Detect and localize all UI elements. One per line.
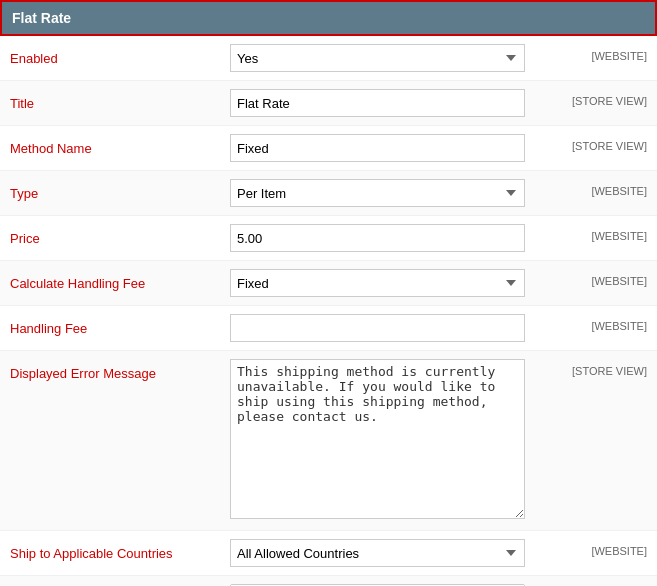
field-scope: [WEBSITE] (557, 269, 647, 287)
field-scope: [WEBSITE] (557, 224, 647, 242)
form-row: Title[STORE VIEW] (0, 81, 657, 126)
form-row: Price[WEBSITE] (0, 216, 657, 261)
field-scope: [STORE VIEW] (557, 89, 647, 107)
field-label: Type (10, 179, 230, 203)
field-scope: [STORE VIEW] (557, 134, 647, 152)
field-input[interactable] (230, 314, 525, 342)
field-control-wrap: FixedPercent (230, 269, 557, 297)
form-row: Method Name[STORE VIEW] (0, 126, 657, 171)
field-control-wrap (230, 134, 557, 162)
field-label: Enabled (10, 44, 230, 68)
field-label: Handling Fee (10, 314, 230, 338)
field-scope: [WEBSITE] (557, 179, 647, 197)
field-input[interactable] (230, 134, 525, 162)
field-input[interactable] (230, 224, 525, 252)
form-row: Calculate Handling FeeFixedPercent[WEBSI… (0, 261, 657, 306)
field-scope: [WEBSITE] (557, 314, 647, 332)
form-row: Handling Fee[WEBSITE] (0, 306, 657, 351)
field-control-wrap: This shipping method is currently unavai… (230, 359, 557, 522)
section-title: Flat Rate (12, 10, 71, 26)
field-scope: [WEBSITE] (557, 44, 647, 62)
field-select[interactable]: All Allowed CountriesSpecific Countries (230, 539, 525, 567)
page-container: Flat Rate EnabledYesNo[WEBSITE]Title[STO… (0, 0, 657, 586)
field-select[interactable]: YesNo (230, 44, 525, 72)
form-row: Ship to Applicable CountriesAll Allowed … (0, 531, 657, 576)
field-control-wrap (230, 224, 557, 252)
field-scope: [STORE VIEW] (557, 359, 647, 377)
field-label: Calculate Handling Fee (10, 269, 230, 293)
field-input[interactable] (230, 89, 525, 117)
field-scope: [WEBSITE] (557, 539, 647, 557)
form-row: TypePer ItemPer Order[WEBSITE] (0, 171, 657, 216)
section-header[interactable]: Flat Rate (0, 0, 657, 36)
section-body: EnabledYesNo[WEBSITE]Title[STORE VIEW]Me… (0, 36, 657, 586)
field-label: Method Name (10, 134, 230, 158)
field-select[interactable]: Per ItemPer Order (230, 179, 525, 207)
field-label: Ship to Applicable Countries (10, 539, 230, 563)
field-control-wrap (230, 314, 557, 342)
field-control-wrap: Per ItemPer Order (230, 179, 557, 207)
form-row: Displayed Error MessageThis shipping met… (0, 351, 657, 531)
field-label: Displayed Error Message (10, 359, 230, 383)
field-control-wrap: All Allowed CountriesSpecific Countries (230, 539, 557, 567)
field-control-wrap (230, 89, 557, 117)
field-label: Price (10, 224, 230, 248)
field-control-wrap: YesNo (230, 44, 557, 72)
form-row: EnabledYesNo[WEBSITE] (0, 36, 657, 81)
field-label: Title (10, 89, 230, 113)
form-row: Ship to Specific CountriesAfghanistanAlb… (0, 576, 657, 586)
field-textarea[interactable]: This shipping method is currently unavai… (230, 359, 525, 519)
field-select[interactable]: FixedPercent (230, 269, 525, 297)
